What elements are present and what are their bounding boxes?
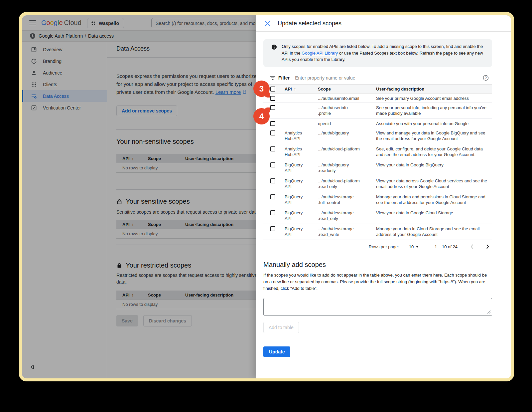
- pagination-range: 1 – 10 of 24: [435, 244, 458, 249]
- manual-add-description: If the scopes you would like to add do n…: [263, 272, 492, 292]
- previous-page-button[interactable]: [470, 244, 473, 249]
- divider: [263, 342, 492, 342]
- scope-table-row: BigQuery API.../auth/bigquery .readonlyV…: [263, 160, 492, 176]
- row-description: Manage your data in Cloud Storage and se…: [376, 224, 492, 237]
- row-description: See your personal info, including any pe…: [376, 103, 492, 116]
- update-button[interactable]: Update: [263, 346, 290, 357]
- row-description: View and manage your data in Google BigQ…: [376, 128, 492, 141]
- next-page-button[interactable]: [486, 244, 489, 249]
- filter-icon: [270, 76, 276, 80]
- scope-table-row: Analytics Hub API.../auth/bigqueryView a…: [263, 128, 492, 144]
- scope-table-row: Analytics Hub API.../auth/cloud-platform…: [263, 144, 492, 160]
- manual-scopes-textarea[interactable]: [263, 298, 492, 316]
- row-api: BigQuery API: [285, 224, 318, 237]
- row-description: See your primary Google Account email ad…: [376, 94, 492, 101]
- row-scope: .../auth/devstorage .read_write: [318, 224, 376, 237]
- annotation-badge-4: 4: [253, 108, 270, 124]
- row-scope: .../auth/bigquery .readonly: [318, 160, 376, 173]
- update-scopes-panel: Update selected scopes Only scopes for e…: [256, 15, 511, 378]
- row-description: View your data in Google Cloud Storage: [376, 208, 492, 216]
- row-scope: .../auth/userinfo .profile: [318, 103, 376, 116]
- row-checkbox[interactable]: [270, 130, 275, 135]
- row-scope: .../auth/devstorage .read_only: [318, 208, 376, 221]
- scope-table-row: .../auth/userinfo.emailSee your primary …: [263, 94, 492, 103]
- row-scope: openid: [318, 119, 376, 126]
- row-api: [285, 103, 318, 105]
- table-body: .../auth/userinfo.emailSee your primary …: [263, 94, 492, 240]
- close-icon[interactable]: [265, 21, 270, 26]
- row-checkbox[interactable]: [270, 146, 275, 151]
- manual-add-title: Manually add scopes: [263, 261, 492, 269]
- row-checkbox[interactable]: [270, 178, 275, 183]
- row-api: Analytics Hub API: [285, 144, 318, 157]
- filter-label: Filter: [278, 75, 290, 81]
- scope-table-row: BigQuery API.../auth/devstorage .read_on…: [263, 208, 492, 224]
- row-checkbox[interactable]: [270, 121, 275, 126]
- select-all-checkbox[interactable]: [270, 87, 275, 92]
- filter-input[interactable]: [295, 75, 476, 81]
- row-description: Manage your data and permissions in Clou…: [376, 192, 492, 205]
- add-to-table-button[interactable]: Add to table: [263, 322, 299, 333]
- panel-title: Update selected scopes: [278, 20, 341, 27]
- row-api: BigQuery API: [285, 176, 318, 189]
- row-api: [285, 119, 318, 121]
- row-api: Analytics Hub API: [285, 128, 318, 141]
- row-scope: .../auth/userinfo.email: [318, 94, 376, 101]
- dropdown-caret-icon: [416, 246, 419, 248]
- row-api: BigQuery API: [285, 208, 318, 221]
- filter-bar: Filter ?: [263, 71, 492, 84]
- panel-header: Update selected scopes: [256, 15, 511, 32]
- sort-ascending-icon[interactable]: ↑: [294, 87, 296, 92]
- row-checkbox[interactable]: [270, 194, 275, 199]
- row-checkbox[interactable]: [270, 105, 275, 110]
- svg-text:?: ?: [485, 76, 487, 80]
- info-icon: [271, 44, 277, 50]
- row-api: BigQuery API: [285, 192, 318, 205]
- row-checkbox[interactable]: [270, 96, 275, 101]
- row-api: [285, 94, 318, 96]
- row-api: BigQuery API: [285, 160, 318, 173]
- row-scope: .../auth/cloud-platform: [318, 144, 376, 152]
- help-icon[interactable]: ?: [476, 75, 489, 81]
- row-scope: .../auth/cloud-platform .read-only: [318, 176, 376, 189]
- info-banner: Only scopes for enabled APIs are listed …: [263, 39, 492, 67]
- row-scope: .../auth/devstorage .full_control: [318, 192, 376, 205]
- scope-table-row: BigQuery API.../auth/devstorage .full_co…: [263, 192, 492, 208]
- scopes-table: Filter ? API↑ Scope User-facing descript…: [263, 71, 492, 253]
- table-header-row: API↑ Scope User-facing description: [263, 84, 492, 94]
- annotation-badge-3: 3: [253, 81, 270, 97]
- pagination-bar: Rows per page: 10 1 – 10 of 24: [263, 240, 492, 253]
- scope-table-row: .../auth/userinfo .profileSee your perso…: [263, 103, 492, 119]
- row-checkbox[interactable]: [270, 210, 275, 215]
- row-checkbox[interactable]: [270, 226, 275, 231]
- row-description: Associate you with your personal info on…: [376, 119, 492, 126]
- scope-table-row: openidAssociate you with your personal i…: [263, 119, 492, 128]
- row-description: See, edit, configure, and delete your Go…: [376, 144, 492, 157]
- scope-table-row: BigQuery API.../auth/cloud-platform .rea…: [263, 176, 492, 192]
- row-checkbox[interactable]: [270, 162, 275, 167]
- app-window: GoogleCloud Waspello Google Auth Platfor…: [22, 15, 511, 378]
- row-description: View your data across Google Cloud servi…: [376, 176, 492, 189]
- row-scope: .../auth/bigquery: [318, 128, 376, 136]
- scope-table-row: BigQuery API.../auth/devstorage .read_wr…: [263, 224, 492, 240]
- rows-per-page-label: Rows per page:: [369, 244, 399, 249]
- google-api-library-link[interactable]: Google API Library: [302, 51, 338, 56]
- row-description: View your data in Google BigQuery: [376, 160, 492, 168]
- manually-add-scopes-section: Manually add scopes If the scopes you wo…: [263, 261, 492, 357]
- rows-per-page-select[interactable]: 10: [409, 244, 419, 249]
